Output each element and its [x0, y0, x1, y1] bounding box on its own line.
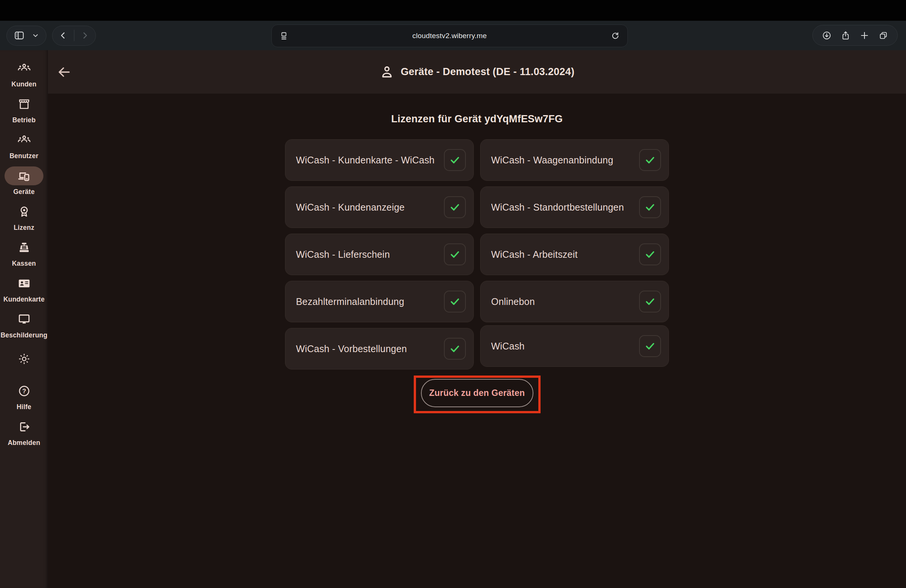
license-card: WiCash — [480, 325, 669, 367]
licenses-heading: Lizenzen für Gerät ydYqMfESw7FG — [391, 113, 563, 125]
license-checkbox[interactable] — [639, 291, 661, 312]
help-circle-icon: ? — [18, 384, 31, 398]
license-label: Onlinebon — [491, 296, 535, 307]
sidebar-item-betrieb[interactable]: Betrieb — [0, 91, 48, 127]
toolbar-actions-group — [812, 25, 898, 46]
license-checkbox[interactable] — [639, 149, 661, 171]
sidebar-item-label: Geräte — [13, 188, 35, 196]
devices-icon — [18, 169, 31, 183]
checkmark-icon — [448, 248, 461, 261]
checkmark-icon — [644, 248, 657, 261]
forward-button[interactable] — [81, 26, 89, 45]
person-icon — [380, 65, 394, 80]
reader-button[interactable] — [272, 31, 296, 40]
sidebar-toggle-group — [6, 25, 46, 46]
reload-button[interactable] — [603, 31, 627, 40]
sidebar: Kunden Betrieb Benutzer Geräte Lizenz Ka — [0, 50, 48, 588]
menu-bar — [0, 0, 906, 21]
sidebar-item-abmelden[interactable]: Abmelden — [0, 414, 48, 450]
sidebar-item-label: Hilfe — [17, 403, 31, 411]
back-to-devices-button[interactable]: Zurück zu den Geräten — [421, 379, 533, 407]
people-icon — [18, 62, 31, 75]
checkmark-icon — [644, 295, 657, 308]
browser-toolbar: cloudtestv2.wiberry.me — [0, 21, 906, 50]
sidebar-item-hilfe[interactable]: ? Hilfe — [0, 378, 48, 414]
address-bar[interactable]: cloudtestv2.wiberry.me — [271, 24, 628, 47]
display-icon — [18, 312, 31, 326]
license-checkbox[interactable] — [444, 244, 466, 265]
checkmark-icon — [644, 201, 657, 214]
license-card: Bezahlterminalanbindung — [285, 281, 474, 322]
sidebar-item-label: Kassen — [12, 260, 36, 268]
storefront-icon — [18, 97, 31, 111]
arrow-left-icon — [56, 64, 72, 80]
license-label: Bezahlterminalanbindung — [296, 296, 404, 307]
back-button[interactable] — [59, 26, 67, 45]
id-card-icon — [17, 276, 31, 291]
sidebar-item-label: Lizenz — [14, 224, 34, 232]
license-card: WiCash - Kundenkarte - WiCash — [285, 139, 474, 181]
share-icon — [841, 30, 850, 40]
sidebar-item-benutzer[interactable]: Benutzer — [0, 127, 48, 163]
sidebar-item-label: Kundenkarte — [3, 295, 45, 303]
license-checkbox[interactable] — [444, 149, 466, 171]
cash-register-icon — [18, 241, 31, 254]
license-card: WiCash - Arbeitszeit — [480, 234, 669, 275]
main-area: Geräte - Demotest (DE - 11.03.2024) Lize… — [48, 50, 906, 588]
application-window: cloudtestv2.wiberry.me — [0, 0, 906, 588]
license-checkbox[interactable] — [639, 244, 661, 265]
license-grid: WiCash - Kundenkarte - WiCash WiCash - W… — [285, 139, 669, 370]
license-label: WiCash — [491, 341, 525, 352]
license-card: WiCash - Vorbestellungen — [285, 328, 474, 370]
sidebar-item-kundenkarte[interactable]: Kundenkarte — [0, 271, 48, 306]
license-checkbox[interactable] — [444, 291, 466, 312]
share-button[interactable] — [841, 30, 850, 40]
page-header: Geräte - Demotest (DE - 11.03.2024) — [48, 50, 906, 94]
page-title-text: Geräte - Demotest (DE - 11.03.2024) — [400, 66, 574, 78]
sidebar-item-kassen[interactable]: Kassen — [0, 235, 48, 271]
sidebar-item-label: Benutzer — [10, 152, 38, 160]
license-card: Onlinebon — [480, 281, 669, 322]
sidebar-item-label: Abmelden — [8, 439, 40, 447]
license-card: WiCash - Standortbestellungen — [480, 186, 669, 228]
sidebar-dropdown-button[interactable] — [32, 26, 39, 45]
sidebar-item-beschilderung[interactable]: Beschilderung — [0, 306, 48, 342]
people-icon — [18, 133, 31, 147]
sidebar-item-label: Kunden — [11, 80, 36, 88]
plus-icon — [860, 30, 869, 40]
license-label: WiCash - Vorbestellungen — [296, 343, 407, 354]
new-tab-button[interactable] — [860, 30, 869, 40]
content: Lizenzen für Gerät ydYqMfESw7FG WiCash -… — [48, 94, 906, 588]
license-badge-icon — [18, 205, 31, 218]
reload-icon — [611, 31, 620, 40]
sidebar-panel-icon — [14, 30, 25, 41]
sidebar-item-theme-toggle[interactable] — [0, 342, 48, 378]
license-label: WiCash - Arbeitszeit — [491, 249, 577, 260]
license-checkbox[interactable] — [444, 196, 466, 218]
url-text[interactable]: cloudtestv2.wiberry.me — [296, 32, 603, 40]
header-back-button[interactable] — [55, 63, 73, 81]
license-checkbox[interactable] — [639, 196, 661, 218]
license-label: WiCash - Kundenkarte - WiCash — [296, 155, 434, 166]
sidebar-item-kunden[interactable]: Kunden — [0, 56, 48, 91]
license-checkbox[interactable] — [639, 335, 661, 357]
license-label: WiCash - Kundenanzeige — [296, 202, 405, 213]
sidebar-item-lizenz[interactable]: Lizenz — [0, 199, 48, 235]
license-checkbox[interactable] — [444, 338, 466, 360]
downloads-icon — [822, 30, 832, 40]
sidebar-item-geraete[interactable]: Geräte — [0, 163, 48, 199]
checkmark-icon — [448, 295, 461, 308]
license-card: WiCash - Kundenanzeige — [285, 186, 474, 228]
checkmark-icon — [644, 154, 657, 166]
tab-overview-button[interactable] — [879, 30, 888, 40]
checkmark-icon — [448, 154, 461, 166]
svg-text:?: ? — [22, 387, 26, 394]
chevron-right-icon — [81, 31, 89, 40]
license-card: WiCash - Waagenanbindung — [480, 139, 669, 181]
page-format-icon — [279, 31, 289, 40]
sidebar-item-label: Beschilderung — [0, 331, 47, 339]
sun-icon — [18, 352, 30, 365]
page-title: Geräte - Demotest (DE - 11.03.2024) — [380, 65, 574, 80]
sidebar-toggle-button[interactable] — [14, 26, 25, 45]
downloads-button[interactable] — [822, 30, 832, 40]
